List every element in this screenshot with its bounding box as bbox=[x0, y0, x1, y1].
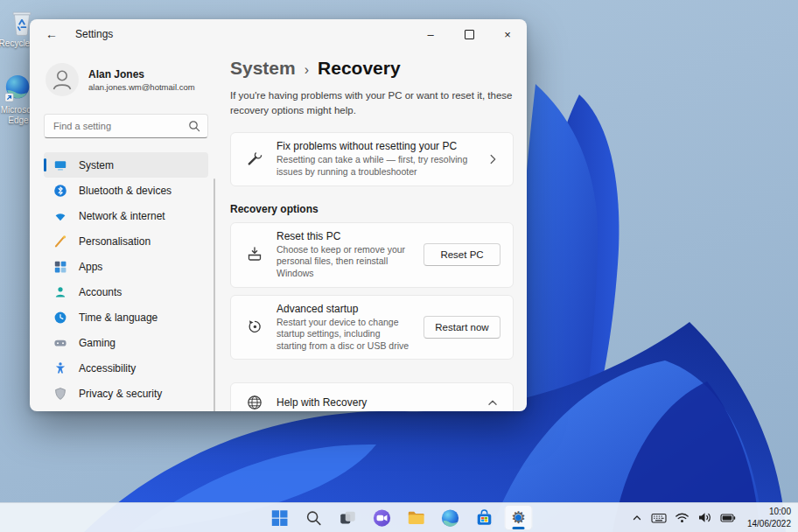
advanced-startup-card: Advanced startup Restart your device to … bbox=[230, 295, 514, 360]
start-button[interactable] bbox=[266, 505, 294, 530]
chat-button[interactable] bbox=[368, 505, 396, 530]
help-recovery-expander[interactable]: Help with Recovery bbox=[230, 382, 514, 411]
sidebar-item-personalisation[interactable]: Personalisation bbox=[44, 228, 208, 254]
battery-tray-button[interactable] bbox=[720, 512, 736, 524]
user-name: Alan Jones bbox=[88, 68, 195, 80]
window-controls: – × bbox=[411, 19, 527, 49]
file-explorer-icon bbox=[407, 508, 426, 528]
sidebar-item-label: System bbox=[79, 159, 114, 172]
clock[interactable]: 10:00 14/06/2022 bbox=[747, 506, 791, 529]
globe-icon bbox=[245, 393, 264, 411]
sidebar-item-windows-update[interactable]: Windows Update bbox=[44, 406, 208, 411]
volume-tray-button[interactable] bbox=[697, 511, 712, 524]
touch-keyboard-button[interactable] bbox=[651, 511, 667, 525]
sidebar-item-network[interactable]: Network & internet bbox=[44, 203, 208, 228]
main-pane: System › Recovery If you're having probl… bbox=[215, 49, 527, 411]
chevron-right-icon bbox=[485, 151, 500, 167]
breadcrumb-system[interactable]: System bbox=[230, 58, 296, 79]
store-button[interactable] bbox=[471, 505, 499, 530]
chat-icon bbox=[373, 508, 392, 528]
bluetooth-icon bbox=[53, 184, 67, 198]
tray-chevron-button[interactable] bbox=[631, 512, 643, 524]
system-tray: 10:00 14/06/2022 bbox=[631, 503, 791, 532]
card-title: Advanced startup bbox=[276, 303, 411, 315]
minimize-button[interactable]: – bbox=[411, 19, 450, 49]
fix-problems-card[interactable]: Fix problems without resetting your PC R… bbox=[230, 132, 514, 186]
sidebar: Alan Jones alan.jones.wm@hotmail.com bbox=[30, 49, 215, 411]
close-icon: × bbox=[504, 28, 511, 41]
sidebar-item-time-language[interactable]: Time & language bbox=[44, 304, 208, 330]
minimize-icon: – bbox=[427, 28, 433, 41]
window-title: Settings bbox=[75, 28, 113, 40]
search-input[interactable] bbox=[52, 120, 183, 132]
section-title: Recovery options bbox=[230, 203, 514, 215]
sidebar-item-system[interactable]: System bbox=[44, 152, 208, 178]
battery-icon bbox=[720, 512, 736, 524]
shield-icon bbox=[53, 387, 67, 401]
chevron-up-icon bbox=[485, 395, 500, 410]
file-explorer-button[interactable] bbox=[402, 505, 430, 530]
speaker-icon bbox=[697, 511, 712, 524]
search-button[interactable] bbox=[300, 505, 328, 530]
clock-time: 10:00 bbox=[747, 506, 791, 518]
wifi-tray-button[interactable] bbox=[675, 511, 690, 524]
chevron-right-icon: › bbox=[304, 62, 309, 78]
task-view-icon bbox=[339, 508, 358, 528]
back-icon: ← bbox=[46, 27, 58, 41]
card-description: Restart your device to change startup se… bbox=[276, 317, 411, 353]
person-icon bbox=[53, 285, 67, 299]
page-description: If you're having problems with your PC o… bbox=[230, 88, 514, 117]
sidebar-item-privacy[interactable]: Privacy & security bbox=[44, 381, 208, 406]
sidebar-item-label: Apps bbox=[79, 261, 102, 273]
task-view-button[interactable] bbox=[334, 505, 362, 530]
maximize-icon bbox=[465, 30, 474, 39]
reset-icon bbox=[245, 245, 264, 264]
sidebar-item-label: Gaming bbox=[79, 337, 116, 349]
sidebar-item-apps[interactable]: Apps bbox=[44, 254, 208, 279]
card-description: Resetting can take a while — first, try … bbox=[276, 154, 472, 178]
avatar bbox=[46, 63, 79, 96]
reset-pc-card: Reset this PC Choose to keep or remove y… bbox=[230, 222, 514, 288]
accessibility-icon bbox=[53, 361, 67, 375]
sidebar-item-gaming[interactable]: Gaming bbox=[44, 330, 208, 355]
sidebar-item-label: Accounts bbox=[79, 286, 122, 298]
sidebar-item-label: Personalisation bbox=[79, 235, 150, 248]
search-icon bbox=[188, 120, 200, 132]
card-description: Choose to keep or remove your personal f… bbox=[276, 244, 411, 280]
card-title: Help with Recovery bbox=[276, 396, 472, 409]
settings-taskbar-button[interactable]: ⚙ bbox=[505, 505, 533, 530]
user-profile[interactable]: Alan Jones alan.jones.wm@hotmail.com bbox=[46, 63, 208, 96]
store-icon bbox=[475, 508, 494, 528]
breadcrumb: System › Recovery bbox=[230, 58, 514, 79]
keyboard-icon bbox=[651, 511, 667, 525]
edge-icon bbox=[441, 508, 460, 528]
reset-pc-button[interactable]: Reset PC bbox=[424, 243, 500, 266]
taskbar: ⚙ bbox=[0, 502, 798, 532]
sidebar-item-accessibility[interactable]: Accessibility bbox=[44, 355, 208, 381]
edge-button[interactable] bbox=[437, 505, 465, 530]
edge-shortcut-icon bbox=[4, 74, 33, 103]
wifi-icon bbox=[675, 511, 690, 524]
restart-now-button[interactable]: Restart now bbox=[424, 316, 500, 339]
sidebar-item-label: Privacy & security bbox=[79, 388, 162, 400]
search-icon bbox=[304, 508, 324, 528]
wifi-icon bbox=[53, 209, 67, 223]
close-button[interactable]: × bbox=[488, 19, 527, 49]
search-box[interactable] bbox=[44, 114, 208, 138]
sidebar-item-label: Accessibility bbox=[79, 362, 136, 374]
sidebar-scrollbar[interactable] bbox=[214, 178, 215, 411]
card-title: Fix problems without resetting your PC bbox=[276, 140, 472, 152]
back-button[interactable]: ← bbox=[38, 23, 65, 46]
system-icon bbox=[53, 158, 67, 172]
taskbar-center: ⚙ bbox=[266, 503, 533, 532]
sidebar-item-bluetooth[interactable]: Bluetooth & devices bbox=[44, 178, 208, 203]
gamepad-icon bbox=[53, 336, 67, 350]
brush-icon bbox=[53, 234, 67, 248]
maximize-button[interactable] bbox=[450, 19, 488, 49]
wrench-icon bbox=[245, 150, 264, 169]
page-title: Recovery bbox=[318, 58, 401, 79]
clock-date: 14/06/2022 bbox=[747, 518, 791, 530]
sidebar-item-label: Time & language bbox=[79, 312, 158, 324]
gear-center-dot bbox=[515, 514, 522, 521]
sidebar-item-accounts[interactable]: Accounts bbox=[44, 279, 208, 304]
